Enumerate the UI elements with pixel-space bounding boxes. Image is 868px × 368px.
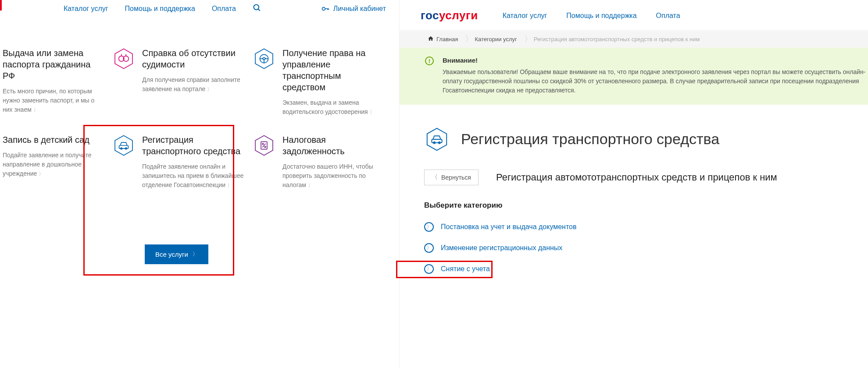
top-navigation: Каталог услуг Помощь и поддержка Оплата [503,12,680,20]
card-title: Запись в детский сад [3,134,99,145]
nav-payment[interactable]: Оплата [656,12,680,20]
chevron-right-icon: 〉 [227,182,232,188]
chevron-right-icon: 〉 [207,86,212,92]
back-button[interactable]: 〈 Вернуться [424,170,479,185]
search-icon[interactable] [253,4,261,14]
nav-help[interactable]: Помощь и поддержка [125,5,195,13]
nav-help[interactable]: Помощь и поддержка [566,12,636,20]
gosuslugi-logo[interactable]: госуслуги [421,9,478,22]
card-kindergarten[interactable]: Запись в детский сад Подайте заявление и… [3,134,104,190]
breadcrumb-categories[interactable]: Категории услуг [472,36,525,42]
steering-wheel-icon [253,47,275,70]
back-label: Вернуться [441,174,471,181]
breadcrumb-label: Главная [436,36,458,42]
card-desc: Подайте заявление онлайн и запишитесь на… [142,162,244,190]
svg-point-13 [263,57,265,60]
card-passport[interactable]: Выдача или замена паспорта гражданина РФ… [3,47,104,117]
arrow-circle-icon: 〉 [424,222,434,232]
nav-catalog[interactable]: Каталог услуг [503,12,547,20]
header: госуслуги Каталог услуг Помощь и поддерж… [400,0,868,30]
svg-point-24 [262,143,264,145]
account-label: Личный кабинет [333,5,386,13]
svg-marker-11 [255,49,273,68]
breadcrumb-home[interactable]: Главная [425,35,466,43]
breadcrumb: Главная 〉 Категории услуг 〉 Регистрация … [400,30,868,48]
page-title: Регистрация транспортного средства [461,131,719,148]
chevron-right-icon: 〉 [308,182,313,188]
handcuffs-icon [112,47,135,70]
page-subtitle: Регистрация автомототранспортных средств… [496,172,777,183]
card-desc: Достаточно вашего ИНН, чтобы проверить з… [282,162,384,190]
card-desc: Экзамен, выдача и замена водительского у… [282,98,384,117]
category-item-remove[interactable]: 〉 Снятие с учета [424,264,868,274]
svg-point-25 [264,146,266,148]
card-title: Регистрация транспортного средства [142,134,244,157]
breadcrumb-label: Категории услуг [475,36,517,42]
chevron-right-icon: 〉 [39,171,44,177]
card-desc: Для получения справки заполните заявлени… [142,75,244,94]
svg-line-1 [258,9,260,11]
card-title: Справка об отсутствии судимости [142,47,244,70]
top-navigation: Каталог услуг Помощь и поддержка Оплата … [0,0,399,21]
home-icon [428,35,434,43]
card-vehicle-registration[interactable]: Регистрация транспортного средства Подай… [112,134,244,190]
category-list: 〉 Постановка на учет и выдача документов… [400,222,868,274]
card-driving-license[interactable]: Получение права на управление транспортн… [253,47,384,117]
arrow-circle-icon: 〉 [424,264,434,274]
card-title: Выдача или замена паспорта гражданина РФ [3,47,99,81]
category-item-register[interactable]: 〉 Постановка на учет и выдача документов [424,222,868,232]
alert-text: Уважаемые пользователи! Обращаем ваше вн… [443,67,868,95]
chevron-right-icon: 〉 [33,107,39,113]
card-title: Налоговая задолженность [282,134,384,157]
category-label: Изменение регистрационных данных [441,244,562,252]
subheading-row: 〈 Вернуться Регистрация автомототранспор… [400,170,868,201]
key-icon [321,4,330,13]
category-label: Постановка на учет и выдача документов [441,223,577,231]
car-icon [424,127,450,152]
category-label: Снятие с учета [441,265,490,273]
nav-catalog[interactable]: Каталог услуг [64,5,108,13]
all-services-label: Все услуги [155,251,188,258]
chevron-right-icon: 〉 [370,109,375,115]
card-desc: Есть много причин, по которым нужно заме… [3,87,99,114]
breadcrumb-current: Регистрация автомототранспортных средств… [531,36,708,42]
chevron-left-icon: 〈 [432,173,438,181]
alert-info-icon: ! [425,57,434,65]
svg-point-0 [254,5,259,10]
card-tax-debt[interactable]: Налоговая задолженность Достаточно вашег… [253,134,384,190]
brand-accent-strip [0,0,2,11]
card-title: Получение права на управление транспортн… [282,47,384,93]
category-item-change[interactable]: 〉 Изменение регистрационных данных [424,243,868,253]
alert-title: Внимание! [443,56,868,66]
percent-document-icon [253,134,275,157]
car-icon [112,134,135,157]
account-link[interactable]: Личный кабинет [321,4,386,13]
chevron-right-icon: 〉 [193,251,198,258]
breadcrumb-label: Регистрация автомототранспортных средств… [534,36,700,42]
card-desc: Подайте заявление и получите направление… [3,151,99,178]
attention-alert: ! Внимание! Уважаемые пользователи! Обра… [400,48,868,105]
arrow-circle-icon: 〉 [424,243,434,253]
card-criminal-record[interactable]: Справка об отсутствии судимости Для полу… [112,47,244,117]
all-services-button[interactable]: Все услуги 〉 [145,244,208,264]
svg-point-2 [322,7,325,11]
page-heading: Регистрация транспортного средства [400,105,868,170]
logo-part2: услуги [439,9,478,22]
logo-part1: гос [421,9,439,22]
choose-category-label: Выберите категорию [400,201,868,222]
nav-payment[interactable]: Оплата [212,5,236,13]
